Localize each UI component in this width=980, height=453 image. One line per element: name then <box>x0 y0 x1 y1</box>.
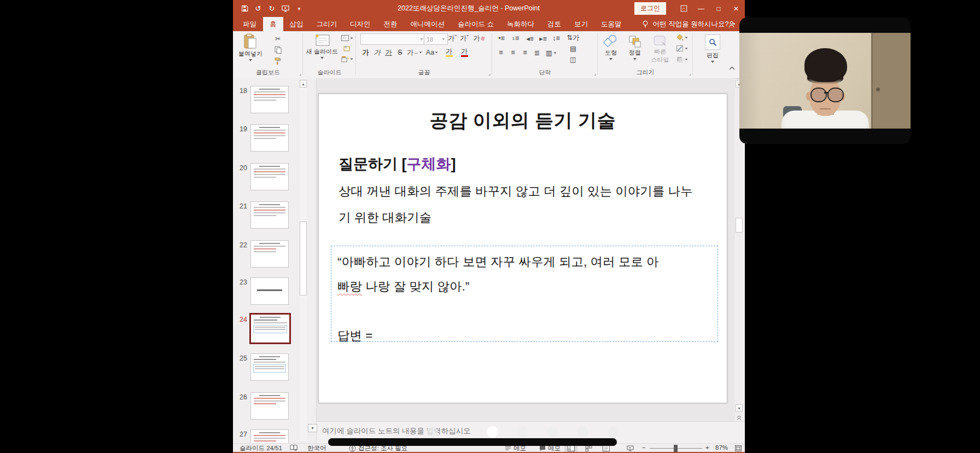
align-right-icon[interactable]: ≡ <box>520 49 530 56</box>
numbered-list-icon[interactable]: 1≡ <box>510 34 522 42</box>
notes-placeholder: 여기에 슬라이드 노트의 내용을 입력하십시오 <box>322 426 471 436</box>
tab-review[interactable]: 검토 <box>541 17 568 31</box>
tab-file[interactable]: 파일 <box>236 17 263 31</box>
bold-icon[interactable]: 가 <box>360 48 371 57</box>
reset-slide-icon[interactable] <box>341 44 353 53</box>
zoom-out-button[interactable]: − <box>642 444 646 451</box>
tab-insert[interactable]: 삽입 <box>283 17 310 31</box>
ribbon-display-options-icon[interactable] <box>675 0 692 17</box>
zoom-slider[interactable] <box>650 448 702 449</box>
tab-help[interactable]: 도움말 <box>594 17 628 31</box>
font-color-icon[interactable]: 가 <box>458 47 471 57</box>
decrease-indent-icon[interactable]: ◂≡ <box>524 34 536 43</box>
line-spacing-icon[interactable]: ↕≡ <box>550 34 562 42</box>
save-icon[interactable] <box>241 5 248 13</box>
tab-draw[interactable]: 그리기 <box>310 17 344 31</box>
thumbnail-preview <box>250 124 289 152</box>
spell-check-icon[interactable] <box>290 444 298 451</box>
video-scrubber-bar[interactable] <box>328 438 617 446</box>
zoom-level[interactable]: 87% <box>715 444 728 451</box>
tab-transitions[interactable]: 전환 <box>377 17 404 31</box>
quote-text-box[interactable]: “아빠하고 이야기 하다 보면 자꾸 싸우게 되고, 여러 모로 아 빠랑 나랑… <box>331 246 718 342</box>
copy-icon[interactable] <box>272 45 283 54</box>
align-left-icon[interactable]: ≡ <box>495 49 506 56</box>
shape-effects-icon[interactable] <box>674 56 690 63</box>
cut-icon[interactable]: ✂ <box>272 34 283 43</box>
shapes-icon <box>603 34 619 49</box>
collapse-ribbon-button[interactable] <box>726 66 737 70</box>
tab-view[interactable]: 보기 <box>568 17 594 31</box>
strikethrough-icon[interactable]: S <box>395 48 405 57</box>
clipboard-dialog-launcher[interactable]: ⌟ <box>299 71 301 76</box>
shape-fill-icon[interactable] <box>674 34 690 41</box>
fit-slide-to-window-button[interactable] <box>732 444 745 452</box>
tab-record[interactable]: 녹화하다 <box>500 17 541 31</box>
align-center-icon[interactable]: ≡ <box>508 49 518 56</box>
slideshow-view-button[interactable] <box>623 444 637 452</box>
italic-icon[interactable]: 가 <box>372 48 382 57</box>
glasses-right-lens <box>827 88 844 102</box>
redo-icon[interactable]: ↻ <box>268 5 276 13</box>
quick-styles-button[interactable]: 빠른 스타일 <box>648 34 672 64</box>
convert-smartart-icon[interactable]: ◫ <box>567 55 580 63</box>
increase-indent-icon[interactable]: ▸≡ <box>537 34 549 43</box>
layout-icon[interactable] <box>341 34 353 42</box>
login-button[interactable]: 로그인 <box>634 2 666 15</box>
minimize-button[interactable]: — <box>692 0 710 17</box>
font-name-select[interactable] <box>360 33 426 45</box>
zoom-slider-knob[interactable] <box>674 445 678 452</box>
text-highlight-icon[interactable]: 가 <box>442 47 456 57</box>
previous-slide-button[interactable] <box>736 414 743 421</box>
powerpoint-window: ↺ ↻ ▾ 2022또래상담온라인진행_슬리언 - PowerPoint 로그인… <box>233 0 745 453</box>
customize-qat-icon[interactable]: ▾ <box>295 5 303 13</box>
editor-scroll-down-icon[interactable]: ▼ <box>736 404 743 412</box>
font-size-select[interactable]: 18 <box>424 33 448 45</box>
thumbnail-collapse-button[interactable]: ▼ <box>308 424 317 432</box>
editing-button[interactable]: 편집 <box>701 34 725 63</box>
format-painter-icon[interactable] <box>272 56 283 65</box>
slide-body-line2: 기 위한 대화기술 <box>339 209 431 226</box>
thumbnail-preview <box>250 86 289 113</box>
text-direction-icon[interactable]: ⇅가 <box>567 33 580 43</box>
tell-me-box[interactable]: 어떤 작업을 원하시나요? <box>642 17 728 31</box>
undo-icon[interactable]: ↺ <box>254 5 262 13</box>
drawing-dialog-launcher[interactable]: ⌟ <box>689 71 691 76</box>
thumbnail-number: 18 <box>234 87 247 95</box>
video-dot <box>577 426 588 438</box>
zoom-in-button[interactable]: + <box>705 444 709 451</box>
decrease-font-size-icon[interactable]: 가ˇ <box>459 34 470 43</box>
section-icon[interactable] <box>341 55 353 63</box>
underline-icon[interactable]: 가 <box>383 48 394 57</box>
tab-design[interactable]: 디자인 <box>343 17 377 31</box>
subtitle-highlight: 구체화 <box>407 156 451 172</box>
clear-formatting-icon[interactable]: 가 <box>473 34 485 43</box>
ribbon-group-drawing: 도형 정렬 빠른 스타일 <box>598 31 693 77</box>
bullet-list-icon[interactable]: •≡ <box>495 34 508 42</box>
thumbnail-scroll-up-icon[interactable]: ▲ <box>300 80 307 88</box>
maximize-button[interactable]: □ <box>710 0 727 17</box>
change-case-icon[interactable]: Aa <box>425 48 439 57</box>
align-text-icon[interactable]: ▤ <box>567 44 580 53</box>
thumbnail-scrollbar[interactable]: ▲ <box>300 80 307 441</box>
font-dialog-launcher[interactable]: ⌟ <box>488 71 491 76</box>
paste-button[interactable]: 붙여넣기 <box>238 33 262 61</box>
start-presentation-icon[interactable] <box>282 5 289 13</box>
columns-icon[interactable]: ▥ <box>545 49 558 57</box>
slide-canvas[interactable]: 공감 이외의 듣기 기술 질문하기 [구체화] 상대 꺼낸 대화의 주제를 바꾸… <box>318 94 727 403</box>
increase-font-size-icon[interactable]: 가ˆ <box>447 34 458 43</box>
new-slide-button[interactable]: 새 슬라이드 <box>306 33 338 59</box>
arrange-button[interactable]: 정렬 <box>624 34 646 60</box>
video-dot <box>607 426 619 438</box>
paragraph-dialog-launcher[interactable]: ⌟ <box>594 71 596 76</box>
tab-slideshow[interactable]: 슬라이드 쇼 <box>451 17 500 31</box>
close-button[interactable]: ✕ <box>727 0 745 17</box>
tab-animations[interactable]: 애니메이션 <box>404 17 452 31</box>
thumbnail-number: 27 <box>234 431 247 438</box>
language-indicator[interactable]: 한국어 <box>307 444 326 452</box>
shape-outline-icon[interactable] <box>674 45 690 52</box>
shapes-button[interactable]: 도형 <box>600 34 622 60</box>
screen: ↺ ↻ ▾ 2022또래상담온라인진행_슬리언 - PowerPoint 로그인… <box>0 0 980 453</box>
character-spacing-icon[interactable]: 가↔ <box>406 48 423 57</box>
justify-icon[interactable]: ≣ <box>532 49 542 57</box>
tab-home[interactable]: 홈 <box>263 17 283 31</box>
